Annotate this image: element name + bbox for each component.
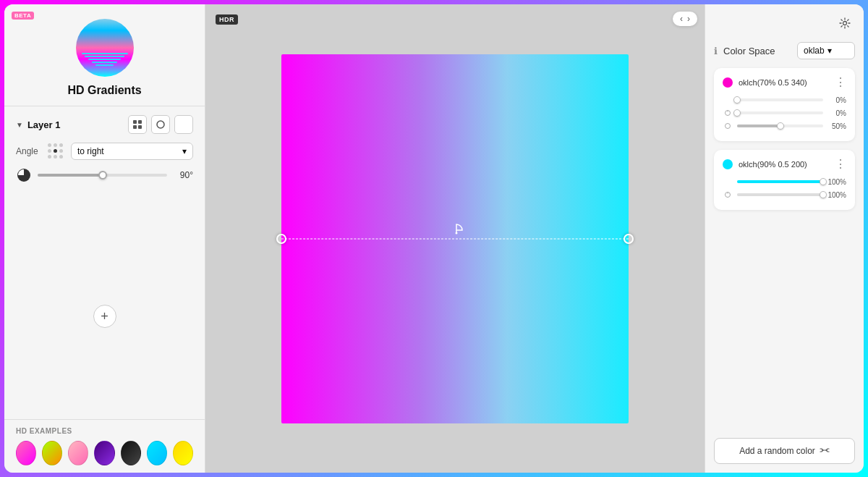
gradient-handle-left[interactable]	[276, 234, 286, 244]
stop-1-slider-val-2: 0%	[827, 109, 846, 117]
stop-2-header: oklch(90% 0.5 200) ⋮	[723, 157, 846, 171]
svg-point-11	[726, 124, 731, 129]
add-color-button[interactable]: Add a random color	[714, 438, 855, 464]
gradient-canvas[interactable]	[281, 54, 629, 423]
dot-tl	[48, 143, 51, 147]
dot-bc	[54, 155, 57, 159]
svg-rect-1	[138, 120, 142, 124]
angle-value: 90°	[173, 170, 193, 180]
stop-2-slider-row-2: 100%	[723, 190, 846, 200]
stop-1-slider-icon-2	[723, 108, 733, 118]
stop-1-slider-track-3[interactable]	[737, 124, 823, 127]
right-panel: ℹ Color Space oklab ▾ oklch(70% 0.5 340)…	[705, 4, 864, 473]
dot-ml	[48, 149, 51, 153]
examples-row	[16, 441, 193, 465]
stop-2-slider-val-1: 100%	[827, 178, 846, 186]
layer-section: ▼ Layer 1 Angle	[4, 106, 205, 419]
stop-1-label: oklch(70% 0.5 340)	[739, 78, 829, 87]
example-swatch-purple[interactable]	[94, 441, 114, 465]
gradient-handle-right[interactable]	[624, 234, 634, 244]
example-swatch-green-orange[interactable]	[42, 441, 62, 465]
dot-mr	[59, 149, 63, 153]
example-swatch-light-pink[interactable]	[68, 441, 88, 465]
color-stop-card-1: oklch(70% 0.5 340) ⋮ 0%	[714, 68, 855, 141]
angle-slider-row: 90°	[16, 167, 193, 183]
stop-2-slider-track-2[interactable]	[737, 193, 823, 196]
add-layer-button[interactable]: +	[93, 305, 116, 328]
layer-collapse-icon[interactable]: ▼	[16, 121, 23, 129]
layer-icon-halfmoon[interactable]	[174, 115, 193, 134]
logo-line-1	[82, 53, 128, 54]
angle-dots-grid[interactable]	[48, 143, 64, 159]
stop-2-menu[interactable]: ⋮	[835, 157, 846, 171]
chevron-down-icon: ▾	[182, 146, 187, 156]
stop-1-slider-track-2[interactable]	[737, 111, 823, 114]
info-icon: ℹ	[714, 46, 718, 56]
stop-1-slider-row-1: 0%	[723, 95, 846, 105]
stop-2-slider-icon-2	[723, 190, 733, 200]
stop-1-slider-icon-3	[723, 121, 733, 131]
settings-button[interactable]	[835, 13, 855, 33]
angle-slider-track[interactable]	[38, 174, 167, 177]
logo-line-3	[88, 59, 121, 60]
stop-1-slider-icon-1	[723, 95, 733, 105]
angle-slider-thumb	[98, 171, 107, 180]
app-title: HD Gradients	[67, 84, 141, 97]
dot-br	[59, 155, 63, 159]
example-swatch-cyan[interactable]	[147, 441, 167, 465]
app-container: BETA HD Gradients ▼ Layer 1	[4, 4, 864, 473]
stop-1-slider-val-3: 50%	[827, 122, 846, 130]
color-stop-card-2: oklch(90% 0.5 200) ⋮ 100% 100%	[714, 150, 855, 210]
settings-icon-row	[714, 13, 855, 33]
stop-1-dot[interactable]	[723, 77, 733, 88]
color-space-value: oklab	[804, 46, 825, 56]
beta-badge: BETA	[12, 12, 34, 20]
angle-dropdown[interactable]: to right ▾	[71, 143, 193, 160]
plus-icon: +	[101, 309, 109, 324]
angle-label: Angle	[16, 146, 42, 156]
example-swatch-pink[interactable]	[16, 441, 36, 465]
layer-title: Layer 1	[27, 119, 61, 130]
layer-title-row: ▼ Layer 1	[16, 119, 60, 130]
svg-point-7	[456, 232, 458, 234]
stop-1-slider-track-1[interactable]	[737, 98, 823, 101]
stop-1-slider-row-2: 0%	[723, 108, 846, 118]
dot-tc	[54, 143, 57, 147]
layer-icon-grid[interactable]	[128, 115, 147, 134]
nav-arrows[interactable]: ‹ ›	[673, 12, 697, 26]
stop-2-slider-icon-1	[723, 177, 733, 187]
hdr-badge: HDR	[216, 14, 238, 25]
svg-rect-0	[133, 120, 137, 124]
dot-mc	[54, 149, 57, 153]
prev-arrow-icon[interactable]: ‹	[680, 14, 683, 23]
stop-1-slider-val-1: 0%	[827, 96, 846, 104]
stop-1-slider-row-3: 50%	[723, 121, 846, 131]
logo-line-4	[92, 62, 117, 63]
layer-icon-circle[interactable]	[151, 115, 170, 134]
next-arrow-icon[interactable]: ›	[687, 14, 690, 23]
example-swatch-yellow[interactable]	[173, 441, 193, 465]
examples-label: HD EXAMPLES	[16, 427, 193, 435]
angle-row: Angle to right ▾	[16, 143, 193, 160]
sidebar: BETA HD Gradients ▼ Layer 1	[4, 4, 205, 473]
angle-pie-icon	[16, 167, 32, 183]
svg-rect-2	[133, 125, 137, 129]
svg-point-4	[157, 121, 164, 128]
stop-1-menu[interactable]: ⋮	[835, 75, 846, 89]
layer-header: ▼ Layer 1	[16, 115, 193, 134]
angle-direction-label: to right	[77, 146, 104, 156]
dot-bl	[48, 155, 51, 159]
stop-2-slider-val-2: 100%	[827, 191, 846, 199]
logo-line-5	[95, 64, 114, 66]
stop-1-header: oklch(70% 0.5 340) ⋮	[723, 75, 846, 89]
layer-icons	[128, 115, 193, 134]
svg-rect-3	[138, 125, 142, 129]
color-space-select[interactable]: oklab ▾	[797, 42, 855, 59]
logo	[76, 19, 134, 77]
midpoint-handle[interactable]	[448, 223, 465, 243]
stop-2-slider-track-1[interactable]	[737, 180, 823, 183]
example-swatch-dark[interactable]	[121, 441, 141, 465]
add-color-label: Add a random color	[739, 446, 815, 456]
stop-2-dot[interactable]	[723, 159, 733, 169]
examples-section: HD EXAMPLES	[4, 419, 205, 473]
